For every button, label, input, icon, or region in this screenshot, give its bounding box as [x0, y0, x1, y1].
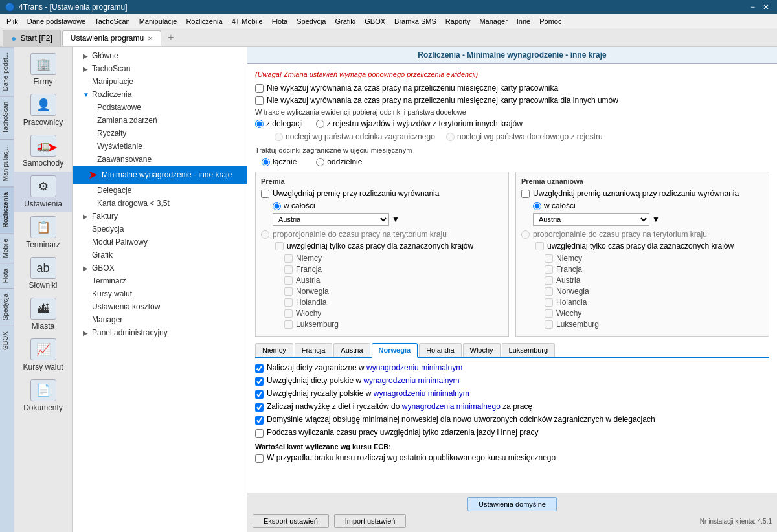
tree-rozl[interactable]: ▼ Rozliczenia	[73, 88, 247, 101]
tab-niemcy[interactable]: Niemcy	[255, 343, 293, 357]
tree-term[interactable]: Terminarz	[73, 274, 247, 287]
tree-spedycja[interactable]: Spedycja	[73, 223, 247, 236]
menu-man[interactable]: Manager	[475, 16, 511, 27]
sidebar-item-pracownicy[interactable]: 👤 Pracownicy	[14, 90, 72, 131]
premia-uznaniowa-wcalosci-radio[interactable]	[533, 202, 541, 210]
radio-rejestru-input[interactable]	[316, 120, 324, 128]
tab-start[interactable]: ● Start [F2]	[3, 30, 61, 46]
sidebar-label-rozl[interactable]: Rozliczenia	[0, 186, 14, 232]
premia-prop-radio[interactable]	[261, 230, 269, 239]
premia-norwegia-input[interactable]	[284, 287, 293, 296]
premia-uzn-francja-input[interactable]	[545, 265, 553, 274]
premia-austria-input[interactable]	[284, 276, 293, 285]
tree-zamiana[interactable]: Zamiana zdarzeń	[73, 114, 247, 127]
tree-glowne[interactable]: ▶ Główne	[73, 49, 247, 62]
premia-wlochy-input[interactable]	[284, 309, 293, 318]
tab-add-btn[interactable]: +	[163, 29, 179, 46]
cb2-input[interactable]	[255, 96, 264, 105]
tab-holandia[interactable]: Holandia	[419, 343, 461, 357]
radio-delegacji-input[interactable]	[255, 120, 264, 128]
premia-uznaniowa-dropdown[interactable]: Austria Niemcy Francja Norwegia Holandia…	[533, 213, 649, 226]
menu-4tm[interactable]: 4T Mobile	[228, 16, 267, 27]
premia-dropdown[interactable]: Austria Niemcy Francja Norwegia Holandia…	[273, 213, 389, 226]
sidebar-label-tacho[interactable]: TachoScan	[0, 96, 14, 139]
tab-wlochy[interactable]: Włochy	[463, 343, 501, 357]
premia-uznaniowa-only-input[interactable]	[535, 242, 544, 250]
minimize-btn[interactable]: −	[748, 3, 758, 12]
menu-plik[interactable]: Plik	[3, 16, 22, 27]
sidebar-item-firmy[interactable]: 🏢 Firmy	[14, 49, 72, 90]
menu-rap[interactable]: Raporty	[442, 16, 475, 27]
premia-niemcy-input[interactable]	[284, 254, 293, 263]
cb1-input[interactable]	[255, 84, 264, 93]
tree-tacho[interactable]: ▶ TachoScan	[73, 62, 247, 75]
sidebar-item-samochody[interactable]: 🚛 ➤ Samochody	[14, 131, 72, 172]
premia-luksemburg-input[interactable]	[284, 320, 293, 329]
tree-wyswietlanie[interactable]: Wyświetlanie	[73, 140, 247, 153]
sidebar-label-gbox[interactable]: GBOX	[0, 326, 14, 355]
wartosci-cb-input[interactable]	[255, 454, 264, 463]
norway-opt6-input[interactable]	[255, 429, 264, 438]
tab-close-icon[interactable]: ✕	[148, 35, 153, 42]
close-btn[interactable]: ✕	[760, 3, 772, 12]
sidebar-label-dane[interactable]: Dane podst...	[0, 47, 14, 96]
premia-uzn-niemcy-input[interactable]	[545, 254, 553, 263]
tree-manager[interactable]: Manager	[73, 313, 247, 326]
menu-flota[interactable]: Flota	[268, 16, 291, 27]
norway-opt3-input[interactable]	[255, 390, 264, 399]
sidebar-item-terminarz[interactable]: 📋 Terminarz	[14, 212, 72, 253]
menu-gbox[interactable]: GBOX	[361, 16, 389, 27]
tab-austria[interactable]: Austria	[333, 343, 370, 357]
premia-francja-input[interactable]	[284, 265, 293, 274]
norway-opt2-input[interactable]	[255, 377, 264, 386]
tree-ryczalty[interactable]: Ryczałty	[73, 127, 247, 140]
premia-wcalosci-radio[interactable]	[273, 202, 281, 210]
tree-grafik[interactable]: Grafik	[73, 249, 247, 261]
import-btn[interactable]: Import ustawień	[334, 514, 407, 528]
premia-uznaniowa-prop-radio[interactable]	[521, 230, 530, 239]
sidebar-label-flota[interactable]: Flota	[0, 263, 14, 288]
premia-uzn-austria-input[interactable]	[545, 276, 553, 285]
tree-kursy[interactable]: Kursy walut	[73, 287, 247, 300]
radio-nocl1-input[interactable]	[275, 133, 283, 141]
tab-norwegia[interactable]: Norwegia	[372, 343, 418, 358]
tree-delegacje[interactable]: Delegacje	[73, 184, 247, 197]
menu-dane[interactable]: Dane podstawowe	[23, 16, 90, 27]
tab-francja[interactable]: Francja	[295, 343, 333, 357]
tree-karta[interactable]: Karta drogowa < 3,5t	[73, 197, 247, 210]
tab-ustawienia[interactable]: Ustawienia programu ✕	[62, 30, 161, 46]
menu-sped[interactable]: Spedycja	[293, 16, 330, 27]
tree-gbox[interactable]: ▶ GBOX	[73, 261, 247, 274]
tree-modulpaliw[interactable]: Moduł Paliwowy	[73, 236, 247, 249]
norway-opt5-input[interactable]	[255, 416, 264, 425]
export-btn[interactable]: Eksport ustawień	[253, 514, 329, 528]
tree-zaawansowane[interactable]: Zaawansowane	[73, 153, 247, 166]
default-settings-btn[interactable]: Ustawienia domyślne	[467, 497, 557, 511]
norway-opt1-input[interactable]	[255, 364, 264, 373]
radio-nocl2-input[interactable]	[446, 133, 455, 141]
premia-cb-input[interactable]	[261, 190, 269, 198]
radio-lacznie-input[interactable]	[262, 158, 270, 166]
menu-tacho[interactable]: TachoScan	[91, 16, 133, 27]
sidebar-label-sped[interactable]: Spedycja	[0, 288, 14, 326]
tree-koszty[interactable]: Ustawienia kosztów	[73, 300, 247, 313]
premia-uznaniowa-cb-input[interactable]	[521, 190, 530, 198]
menu-pomoc[interactable]: Pomoc	[535, 16, 565, 27]
menu-graf[interactable]: Grafiki	[331, 16, 359, 27]
sidebar-item-dokumenty[interactable]: 📄 Dokumenty	[14, 375, 72, 416]
premia-uzn-holandia-input[interactable]	[545, 298, 553, 307]
tab-luksemburg[interactable]: Luksemburg	[502, 343, 556, 357]
menu-manip[interactable]: Manipulacje	[135, 16, 181, 27]
premia-holandia-input[interactable]	[284, 298, 293, 307]
sidebar-item-ustawienia[interactable]: ⚙ Ustawienia	[14, 172, 72, 212]
norway-opt4-input[interactable]	[255, 403, 264, 412]
tree-minimalne[interactable]: ➤ Minimalne wynagrodzenie - inne kraje	[73, 166, 247, 184]
sidebar-item-miasta[interactable]: 🏙 Miasta	[14, 294, 72, 335]
tree-manip[interactable]: Manipulacje	[73, 75, 247, 88]
tree-panel[interactable]: ▶ Panel administracyjny	[73, 326, 247, 339]
premia-only-input[interactable]	[275, 242, 284, 250]
premia-uzn-luksemburg-input[interactable]	[545, 320, 553, 329]
tree-faktury[interactable]: ▶ Faktury	[73, 210, 247, 223]
radio-oddzielnie-input[interactable]	[316, 158, 324, 166]
tree-podstawowe[interactable]: Podstawowe	[73, 101, 247, 114]
